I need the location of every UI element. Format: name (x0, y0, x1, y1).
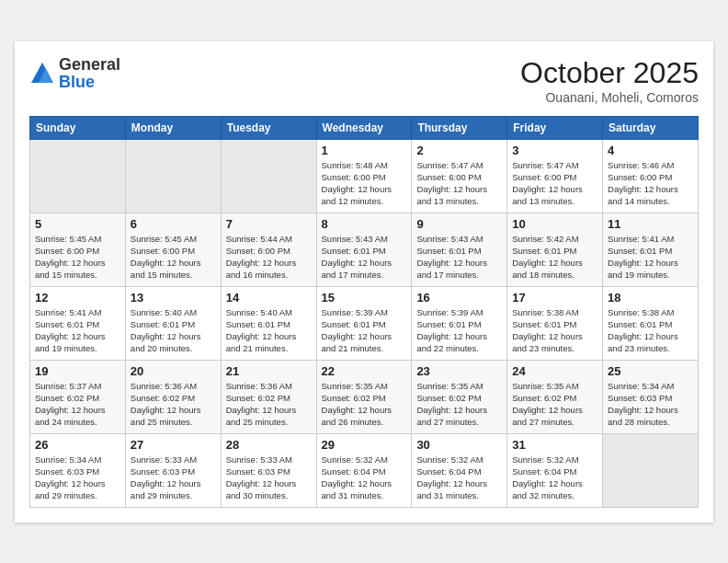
day-number: 1 (322, 144, 407, 157)
day-info: Sunrise: 5:42 AMSunset: 6:01 PMDaylight:… (512, 233, 597, 282)
day-number: 22 (322, 364, 407, 378)
day-number: 6 (131, 217, 216, 231)
calendar-cell: 1Sunrise: 5:48 AMSunset: 6:00 PMDaylight… (316, 139, 412, 213)
calendar-cell: 23Sunrise: 5:35 AMSunset: 6:02 PMDayligh… (412, 360, 507, 433)
logo: General Blue (29, 56, 120, 93)
calendar-body: 1Sunrise: 5:48 AMSunset: 6:00 PMDaylight… (30, 139, 699, 507)
calendar-cell: 29Sunrise: 5:32 AMSunset: 6:04 PMDayligh… (316, 433, 412, 507)
calendar-cell: 2Sunrise: 5:47 AMSunset: 6:00 PMDaylight… (412, 139, 507, 213)
day-info: Sunrise: 5:40 AMSunset: 6:01 PMDaylight:… (226, 306, 312, 355)
calendar-cell: 13Sunrise: 5:40 AMSunset: 6:01 PMDayligh… (125, 286, 221, 360)
day-number: 7 (226, 217, 312, 231)
weekday-row: SundayMondayTuesdayWednesdayThursdayFrid… (30, 116, 699, 139)
day-info: Sunrise: 5:34 AMSunset: 6:03 PMDaylight:… (608, 380, 693, 429)
calendar-cell: 5Sunrise: 5:45 AMSunset: 6:00 PMDaylight… (30, 213, 126, 286)
day-info: Sunrise: 5:45 AMSunset: 6:00 PMDaylight:… (131, 233, 216, 282)
day-info: Sunrise: 5:46 AMSunset: 6:00 PMDaylight:… (608, 159, 693, 208)
weekday-header: Sunday (30, 116, 126, 139)
day-info: Sunrise: 5:38 AMSunset: 6:01 PMDaylight:… (512, 306, 597, 355)
day-info: Sunrise: 5:41 AMSunset: 6:01 PMDaylight:… (35, 306, 120, 355)
day-number: 17 (512, 291, 597, 304)
day-number: 16 (416, 291, 502, 304)
day-number: 27 (131, 438, 216, 452)
day-number: 13 (131, 291, 216, 304)
day-info: Sunrise: 5:45 AMSunset: 6:00 PMDaylight:… (35, 233, 120, 282)
calendar-container: General Blue October 2025 Ouanani, Mohel… (15, 41, 713, 523)
location: Ouanani, Moheli, Comoros (520, 90, 699, 105)
day-info: Sunrise: 5:35 AMSunset: 6:02 PMDaylight:… (416, 380, 502, 429)
calendar-cell (221, 139, 316, 213)
day-number: 15 (322, 291, 407, 304)
logo-blue: Blue (59, 74, 120, 92)
calendar-cell: 26Sunrise: 5:34 AMSunset: 6:03 PMDayligh… (30, 433, 126, 507)
month-title: October 2025 (520, 56, 699, 90)
day-number: 3 (512, 144, 597, 157)
day-info: Sunrise: 5:34 AMSunset: 6:03 PMDaylight:… (35, 454, 120, 502)
calendar-cell: 22Sunrise: 5:35 AMSunset: 6:02 PMDayligh… (316, 360, 412, 433)
day-number: 20 (131, 364, 216, 378)
calendar-cell: 7Sunrise: 5:44 AMSunset: 6:00 PMDaylight… (221, 213, 316, 286)
day-info: Sunrise: 5:43 AMSunset: 6:01 PMDaylight:… (322, 233, 407, 282)
calendar-cell: 25Sunrise: 5:34 AMSunset: 6:03 PMDayligh… (603, 360, 699, 433)
day-number: 26 (35, 438, 120, 452)
day-info: Sunrise: 5:33 AMSunset: 6:03 PMDaylight:… (131, 454, 216, 502)
day-info: Sunrise: 5:36 AMSunset: 6:02 PMDaylight:… (131, 380, 216, 429)
day-info: Sunrise: 5:47 AMSunset: 6:00 PMDaylight:… (416, 159, 502, 208)
day-number: 25 (608, 364, 693, 378)
day-number: 29 (322, 438, 407, 452)
day-number: 30 (416, 438, 502, 452)
day-number: 19 (35, 364, 120, 378)
calendar-week-row: 19Sunrise: 5:37 AMSunset: 6:02 PMDayligh… (30, 360, 699, 433)
day-info: Sunrise: 5:40 AMSunset: 6:01 PMDaylight:… (131, 306, 216, 355)
day-info: Sunrise: 5:38 AMSunset: 6:01 PMDaylight:… (608, 306, 693, 355)
calendar-cell: 21Sunrise: 5:36 AMSunset: 6:02 PMDayligh… (221, 360, 316, 433)
day-number: 2 (416, 144, 502, 157)
day-number: 10 (512, 217, 597, 231)
logo-text: General Blue (59, 56, 120, 93)
calendar-week-row: 5Sunrise: 5:45 AMSunset: 6:00 PMDaylight… (30, 213, 699, 286)
day-number: 8 (322, 217, 407, 231)
day-info: Sunrise: 5:44 AMSunset: 6:00 PMDaylight:… (226, 233, 312, 282)
day-number: 11 (608, 217, 693, 231)
day-info: Sunrise: 5:32 AMSunset: 6:04 PMDaylight:… (322, 454, 407, 502)
day-number: 31 (512, 438, 597, 452)
title-block: October 2025 Ouanani, Moheli, Comoros (520, 56, 699, 105)
day-info: Sunrise: 5:48 AMSunset: 6:00 PMDaylight:… (322, 159, 407, 208)
logo-icon (29, 61, 55, 86)
calendar-cell: 18Sunrise: 5:38 AMSunset: 6:01 PMDayligh… (603, 286, 699, 360)
calendar-cell (125, 139, 221, 213)
calendar-cell: 3Sunrise: 5:47 AMSunset: 6:00 PMDaylight… (507, 139, 603, 213)
weekday-header: Saturday (603, 116, 699, 139)
calendar-week-row: 12Sunrise: 5:41 AMSunset: 6:01 PMDayligh… (30, 286, 699, 360)
day-number: 28 (226, 438, 312, 452)
day-info: Sunrise: 5:39 AMSunset: 6:01 PMDaylight:… (416, 306, 502, 355)
calendar-cell: 16Sunrise: 5:39 AMSunset: 6:01 PMDayligh… (412, 286, 507, 360)
calendar-cell: 14Sunrise: 5:40 AMSunset: 6:01 PMDayligh… (221, 286, 316, 360)
calendar-cell: 31Sunrise: 5:32 AMSunset: 6:04 PMDayligh… (507, 433, 603, 507)
day-info: Sunrise: 5:47 AMSunset: 6:00 PMDaylight:… (512, 159, 597, 208)
day-info: Sunrise: 5:32 AMSunset: 6:04 PMDaylight:… (416, 454, 502, 502)
day-info: Sunrise: 5:37 AMSunset: 6:02 PMDaylight:… (35, 380, 120, 429)
day-info: Sunrise: 5:35 AMSunset: 6:02 PMDaylight:… (512, 380, 597, 429)
weekday-header: Wednesday (316, 116, 412, 139)
calendar-cell: 30Sunrise: 5:32 AMSunset: 6:04 PMDayligh… (412, 433, 507, 507)
day-number: 5 (35, 217, 120, 231)
calendar-cell: 24Sunrise: 5:35 AMSunset: 6:02 PMDayligh… (507, 360, 603, 433)
calendar-header-row: SundayMondayTuesdayWednesdayThursdayFrid… (30, 116, 699, 139)
calendar-cell: 15Sunrise: 5:39 AMSunset: 6:01 PMDayligh… (316, 286, 412, 360)
calendar-cell (603, 433, 699, 507)
calendar-cell: 8Sunrise: 5:43 AMSunset: 6:01 PMDaylight… (316, 213, 412, 286)
weekday-header: Monday (125, 116, 221, 139)
day-number: 14 (226, 291, 312, 304)
weekday-header: Thursday (412, 116, 507, 139)
calendar-week-row: 26Sunrise: 5:34 AMSunset: 6:03 PMDayligh… (30, 433, 699, 507)
day-number: 12 (35, 291, 120, 304)
day-info: Sunrise: 5:39 AMSunset: 6:01 PMDaylight:… (322, 306, 407, 355)
day-info: Sunrise: 5:35 AMSunset: 6:02 PMDaylight:… (322, 380, 407, 429)
day-info: Sunrise: 5:41 AMSunset: 6:01 PMDaylight:… (608, 233, 693, 282)
calendar-cell: 6Sunrise: 5:45 AMSunset: 6:00 PMDaylight… (125, 213, 221, 286)
weekday-header: Friday (507, 116, 603, 139)
day-number: 9 (416, 217, 502, 231)
calendar-week-row: 1Sunrise: 5:48 AMSunset: 6:00 PMDaylight… (30, 139, 699, 213)
calendar-cell: 28Sunrise: 5:33 AMSunset: 6:03 PMDayligh… (221, 433, 316, 507)
